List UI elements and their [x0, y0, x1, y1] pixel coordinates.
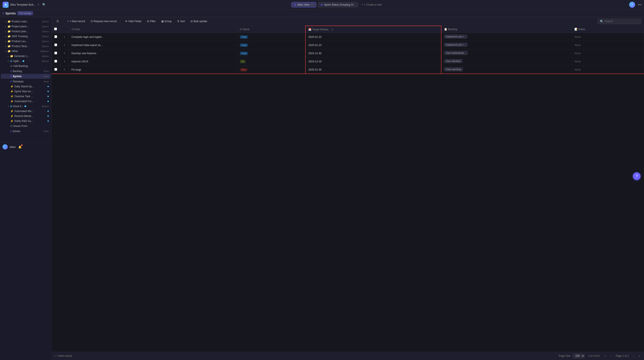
- backlog-badge-4[interactable]: User interface: [444, 59, 462, 63]
- th-notes[interactable]: 📝 Notes: [572, 26, 644, 33]
- th-goal[interactable]: ⊡ Goal: [69, 26, 237, 33]
- row-goal-2[interactable]: Implement data export an...: [69, 41, 237, 49]
- row-notes-1: None: [572, 33, 644, 41]
- row-backlog-5[interactable]: Data reporting: [441, 66, 572, 74]
- backlog-badge-5[interactable]: Data reporting: [444, 67, 463, 71]
- sidebar-item-label: Product road...: [12, 20, 28, 23]
- th-name[interactable]: ⊡ Name: [237, 26, 306, 33]
- sidebar-item-other[interactable]: ▾ 📁 Other 88piece: [1, 49, 50, 54]
- sort-button[interactable]: ⇅ Sort: [175, 19, 187, 24]
- row-checkbox-5[interactable]: [54, 68, 57, 71]
- table-row: 3 Develop new features Feat 2024-12-30 U…: [52, 49, 644, 57]
- daily-standup-dot: [48, 86, 49, 87]
- sidebar-item-product-strat[interactable]: ▸ 📁 Product Strat... 2piece: [1, 44, 50, 49]
- sidebar-item-product-lau[interactable]: ▸ 📁 Product Lau... 2piece: [1, 39, 50, 44]
- search-input[interactable]: [605, 20, 639, 23]
- sidebar-item-remind-memb[interactable]: ⚡ Remind Memb...: [1, 114, 50, 118]
- bulk-update-icon: ⊟: [190, 20, 193, 23]
- request-record-button[interactable]: ⊡ Request new record: [88, 19, 119, 24]
- sprint-start-dot: [48, 91, 49, 92]
- row-backlog-2[interactable]: Implement user r...: [441, 41, 572, 49]
- main-view-more-icon[interactable]: •••: [310, 3, 314, 6]
- backlog-badge-3[interactable]: User authenticati...: [444, 51, 468, 55]
- backlog-badge-1[interactable]: Implement user l...: [444, 35, 467, 39]
- row-checkbox-cell-2[interactable]: [52, 41, 60, 49]
- next-page-button[interactable]: ›: [632, 354, 636, 358]
- row-goal-3[interactable]: Develop new features: [69, 49, 237, 57]
- row-checkbox-1[interactable]: [54, 35, 57, 38]
- prev-page-button[interactable]: ‹: [609, 354, 613, 358]
- sidebar-item-okr-tracking[interactable]: ▸ 📁 OKR Tracking 2piece: [1, 34, 50, 39]
- remind-memb-dot: [48, 115, 49, 117]
- header-more-button[interactable]: •••: [638, 3, 642, 7]
- sidebar-item-issues-form[interactable]: ⊟ Issues Form: [1, 124, 50, 128]
- sidebar-item-standups[interactable]: # Standups 5row: [1, 79, 50, 84]
- other-badge: 88piece: [40, 50, 49, 53]
- filter-button[interactable]: ⊟ Filter: [144, 19, 158, 24]
- new-record-button[interactable]: + + New record: [65, 19, 88, 24]
- sidebar-item-product-plan[interactable]: ▸ 📁 Product plan... 7piece: [1, 29, 50, 34]
- row-checkbox-cell-5[interactable]: [52, 66, 60, 74]
- header-search-icon[interactable]: 🔍: [42, 3, 46, 6]
- sidebar-item-issue-tr[interactable]: ▾ ⊞ Issue tr... 5piece: [1, 104, 50, 109]
- app-logo[interactable]: B: [2, 2, 8, 8]
- sidebar-item-automated-for[interactable]: ⚡ Automated For...: [1, 99, 50, 104]
- user-avatar[interactable]: A: [629, 2, 635, 8]
- create-view-button[interactable]: + + Create a view: [360, 2, 384, 7]
- row-checkbox-3[interactable]: [54, 52, 57, 54]
- sidebar-item-issues[interactable]: # Issues 5row: [1, 129, 50, 133]
- fab-button[interactable]: ?: [633, 172, 640, 180]
- sidebar-item-product-road[interactable]: ▸ 📁 Product road... 2piece: [1, 19, 50, 24]
- row-checkbox-2[interactable]: [54, 44, 57, 46]
- hide-fields-button[interactable]: 👁 Hide Fields: [123, 19, 144, 24]
- sidebar-user-avatar[interactable]: [2, 144, 8, 149]
- notification-bell[interactable]: 🔔: [18, 145, 22, 149]
- filter-icon: ⊟: [147, 20, 149, 23]
- sidebar-item-overdue-task[interactable]: ⚡ Overdue Task ...: [1, 94, 50, 99]
- sidebar-item-agile[interactable]: ▾ ⊞ Agile ... 8piece: [1, 59, 50, 63]
- footer-new-record-button[interactable]: + + New record: [54, 354, 72, 357]
- group-button[interactable]: ▦ Group: [159, 19, 174, 24]
- sidebar-item-daily-standup[interactable]: ⚡ Daily Stand-Up...: [1, 84, 50, 89]
- tab-sprint-status-view[interactable]: ⊞ Sprint Status Grouping Vi...: [318, 2, 358, 7]
- th-target-release[interactable]: 📅 Target Releas... ℹ: [306, 26, 441, 33]
- sidebar-item-sprints[interactable]: # Sprints 5row: [1, 74, 50, 79]
- row-name-badge-3: Feat: [240, 52, 248, 55]
- tab-main-view[interactable]: ⊞ Main View •••: [291, 2, 316, 7]
- sidebar-item-sprint-start[interactable]: ⚡ Sprint Start an...: [1, 89, 50, 94]
- sidebar-item-backlog[interactable]: # Backlog 5row: [1, 69, 50, 74]
- bulk-update-button[interactable]: ⊟ Bulk update: [188, 19, 210, 24]
- row-backlog-3[interactable]: User authenticati...: [441, 49, 572, 57]
- row-checkbox-4[interactable]: [54, 60, 57, 63]
- sidebar-item-generate-1[interactable]: ▸ 📁 Generate 1... 4piece: [1, 54, 50, 59]
- page-size-select[interactable]: 10 25 50 100 200: [573, 353, 585, 358]
- page-label: Page 1 of 1: [616, 354, 629, 357]
- sidebar-item-label: Automated For...: [14, 100, 34, 103]
- sidebar-item-label: Automated We...: [14, 110, 34, 113]
- first-page-button[interactable]: «: [603, 354, 608, 358]
- sidebar-item-add-backlog[interactable]: ⊟ Add Backlog: [1, 64, 50, 68]
- th-backlog[interactable]: 📋 Backlog: [441, 26, 572, 33]
- sidebar-item-automated-we[interactable]: ⚡ Automated We...: [1, 109, 50, 114]
- row-goal-1[interactable]: Complete login and registr...: [69, 33, 237, 41]
- row-backlog-4[interactable]: User interface: [441, 57, 572, 66]
- collapse-sidebar-button[interactable]: ☰: [54, 19, 61, 24]
- row-goal-5[interactable]: Fix bugs: [69, 66, 237, 74]
- backlog-badge-2[interactable]: Implement user r...: [444, 43, 468, 47]
- toolbar-search-icon: 🔍: [600, 20, 604, 23]
- other-chevron-icon: ▾: [5, 50, 6, 53]
- sidebar-item-notify-rd[interactable]: ⚡ Notify R&D Su...: [1, 119, 50, 123]
- row-checkbox-cell-3[interactable]: [52, 49, 60, 57]
- row-backlog-1[interactable]: Implement user l...: [441, 33, 572, 41]
- okr-badge: 2piece: [42, 35, 49, 38]
- row-checkbox-cell-4[interactable]: [52, 57, 60, 66]
- agile-badge: 8piece: [42, 60, 49, 62]
- sidebar-item-project-plan[interactable]: ▸ 📁 Project plann... 2piece: [1, 24, 50, 29]
- row-checkbox-cell-1[interactable]: [52, 33, 60, 41]
- select-all-checkbox[interactable]: [54, 28, 57, 30]
- last-page-button[interactable]: »: [637, 354, 642, 358]
- sidebar-item-label: Product Strat...: [12, 45, 29, 48]
- issue-tr-grid-icon: ⊞: [10, 105, 12, 108]
- notes-col-label: Notes: [578, 28, 585, 31]
- row-goal-4[interactable]: Improve UI/UX: [69, 57, 237, 66]
